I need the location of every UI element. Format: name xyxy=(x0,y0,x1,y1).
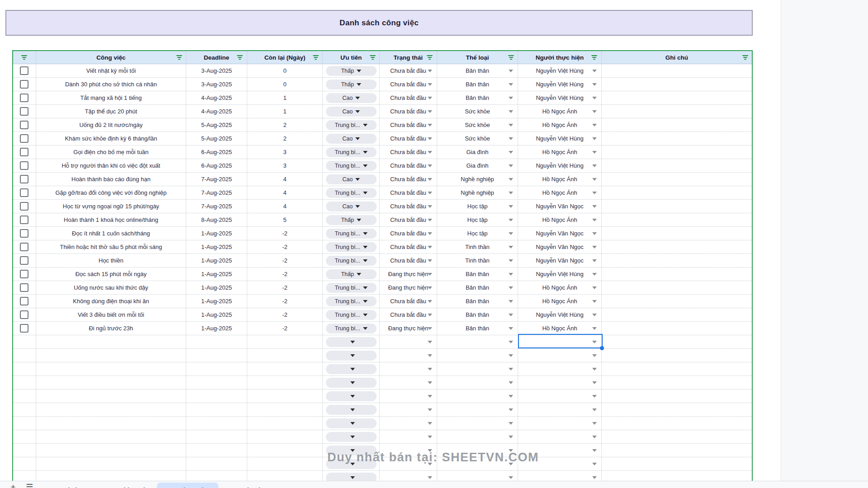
deadline-cell[interactable]: 1-Aug-2025 xyxy=(186,267,247,281)
priority-cell[interactable]: Cao xyxy=(323,105,380,118)
deadline-cell[interactable]: 1-Aug-2025 xyxy=(186,281,247,294)
priority-cell[interactable]: Trung bì... xyxy=(323,308,380,321)
dropdown-arrow-icon[interactable] xyxy=(428,164,432,167)
remaining-days-cell[interactable]: 3 xyxy=(247,145,323,159)
note-cell[interactable] xyxy=(602,457,752,470)
task-cell[interactable] xyxy=(36,403,186,416)
filter-icon[interactable] xyxy=(508,55,514,60)
task-cell[interactable]: Đọc ít nhất 1 cuốn sách/tháng xyxy=(36,227,186,240)
dropdown-arrow-icon[interactable] xyxy=(592,97,597,99)
dropdown-arrow-icon[interactable] xyxy=(428,300,432,303)
task-cell[interactable]: Uống đủ 2 lít nước/ngày xyxy=(36,118,186,131)
priority-cell[interactable]: Trung bì... xyxy=(323,118,380,131)
note-cell[interactable] xyxy=(602,254,752,267)
dropdown-arrow-icon[interactable] xyxy=(509,354,513,357)
status-cell[interactable]: Chưa bắt đầu xyxy=(380,227,437,240)
dropdown-arrow-icon[interactable] xyxy=(592,368,597,371)
assignee-cell[interactable]: Nguyễn Việt Hùng xyxy=(518,64,602,77)
priority-cell[interactable]: Thấp xyxy=(323,78,380,91)
dropdown-arrow-icon[interactable] xyxy=(509,97,513,99)
dropdown-arrow-icon[interactable] xyxy=(428,476,432,479)
category-cell[interactable]: Gia đình xyxy=(437,159,519,172)
dropdown-arrow-icon[interactable] xyxy=(428,246,432,249)
dropdown-arrow-icon[interactable] xyxy=(509,436,513,438)
priority-cell[interactable] xyxy=(323,389,380,403)
row-select-cell[interactable] xyxy=(13,322,36,335)
dropdown-arrow-icon[interactable] xyxy=(428,110,432,113)
assignee-cell[interactable]: Hồ Ngọc Ánh xyxy=(518,105,602,118)
dropdown-arrow-icon[interactable] xyxy=(592,327,597,330)
row-select-cell[interactable] xyxy=(13,376,36,389)
row-select-cell[interactable] xyxy=(13,362,36,375)
priority-dropdown[interactable]: Trung bì... xyxy=(326,256,377,266)
priority-dropdown[interactable] xyxy=(326,391,377,401)
dropdown-arrow-icon[interactable] xyxy=(509,205,513,208)
deadline-cell[interactable]: 1-Aug-2025 xyxy=(186,227,247,240)
row-checkbox[interactable] xyxy=(20,310,28,319)
deadline-cell[interactable]: 7-Aug-2025 xyxy=(186,200,247,213)
row-select-cell[interactable] xyxy=(13,430,36,443)
row-select-cell[interactable] xyxy=(13,145,36,159)
row-select-cell[interactable] xyxy=(13,173,36,186)
row-select-cell[interactable] xyxy=(13,240,36,253)
filter-icon[interactable] xyxy=(312,55,319,60)
dropdown-arrow-icon[interactable] xyxy=(428,137,432,140)
deadline-cell[interactable] xyxy=(186,362,247,375)
remaining-days-cell[interactable]: 3 xyxy=(247,159,323,172)
deadline-cell[interactable]: 6-Aug-2025 xyxy=(186,145,247,159)
tab-statistics[interactable]: ⊞ Statistics xyxy=(40,483,91,488)
assignee-cell[interactable] xyxy=(518,417,602,430)
note-cell[interactable] xyxy=(602,322,752,335)
row-checkbox[interactable] xyxy=(20,229,28,238)
priority-cell[interactable]: Cao xyxy=(323,173,380,186)
task-cell[interactable]: Hỗ trợ người thân khi có việc đột xuất xyxy=(36,159,186,172)
status-cell[interactable] xyxy=(380,349,437,362)
dropdown-arrow-icon[interactable] xyxy=(509,137,513,140)
status-cell[interactable]: Chưa bắt đầu xyxy=(380,145,437,159)
assignee-cell[interactable]: Nguyễn Việt Hùng xyxy=(518,267,602,281)
priority-dropdown[interactable]: Trung bì... xyxy=(326,296,377,306)
priority-cell[interactable]: Trung bì... xyxy=(323,322,380,335)
note-cell[interactable] xyxy=(602,308,752,321)
priority-dropdown[interactable] xyxy=(326,378,377,388)
priority-dropdown[interactable]: Trung bì... xyxy=(326,324,377,333)
dropdown-arrow-icon[interactable] xyxy=(428,368,432,371)
dropdown-arrow-icon[interactable] xyxy=(592,354,597,357)
deadline-cell[interactable]: 4-Aug-2025 xyxy=(186,91,247,104)
dropdown-arrow-icon[interactable] xyxy=(592,381,597,384)
tab-task-tracker[interactable]: ⊞ Task Tracker xyxy=(157,483,218,488)
remaining-days-cell[interactable] xyxy=(247,349,323,362)
status-cell[interactable]: Chưa bắt đầu xyxy=(380,118,437,131)
deadline-cell[interactable]: 3-Aug-2025 xyxy=(186,78,247,91)
tab-dashboard[interactable]: ⊞ Dashboard xyxy=(96,483,152,488)
category-cell[interactable]: Bản thân xyxy=(437,78,519,91)
priority-cell[interactable] xyxy=(323,376,380,389)
note-cell[interactable] xyxy=(602,78,752,91)
assignee-cell[interactable]: Hồ Ngọc Ánh xyxy=(518,295,602,308)
remaining-days-cell[interactable]: 4 xyxy=(247,200,323,213)
category-cell[interactable]: Bản thân xyxy=(437,281,519,294)
note-cell[interactable] xyxy=(602,227,752,240)
row-checkbox[interactable] xyxy=(20,270,28,278)
dropdown-arrow-icon[interactable] xyxy=(509,110,513,113)
category-cell[interactable]: Bản thân xyxy=(437,267,519,281)
remaining-days-cell[interactable]: -2 xyxy=(247,227,323,240)
assignee-cell[interactable]: Hồ Ngọc Ánh xyxy=(518,145,602,159)
priority-cell[interactable]: Trung bì... xyxy=(323,227,380,240)
priority-cell[interactable] xyxy=(323,362,380,375)
task-cell[interactable] xyxy=(36,444,186,457)
deadline-cell[interactable] xyxy=(186,403,247,416)
row-select-cell[interactable] xyxy=(13,349,36,362)
dropdown-arrow-icon[interactable] xyxy=(428,259,432,262)
dropdown-arrow-icon[interactable] xyxy=(592,314,597,316)
dropdown-arrow-icon[interactable] xyxy=(428,205,432,208)
priority-dropdown[interactable]: Cao xyxy=(326,202,377,211)
row-checkbox[interactable] xyxy=(20,148,28,156)
assignee-cell[interactable]: Nguyễn Việt Hùng xyxy=(518,159,602,172)
dropdown-arrow-icon[interactable] xyxy=(428,314,432,316)
row-select-cell[interactable] xyxy=(13,186,36,199)
dropdown-arrow-icon[interactable] xyxy=(509,83,513,86)
category-cell[interactable]: Nghề nghiệp xyxy=(437,173,519,186)
deadline-cell[interactable]: 3-Aug-2025 xyxy=(186,64,247,77)
priority-cell[interactable] xyxy=(323,430,380,443)
